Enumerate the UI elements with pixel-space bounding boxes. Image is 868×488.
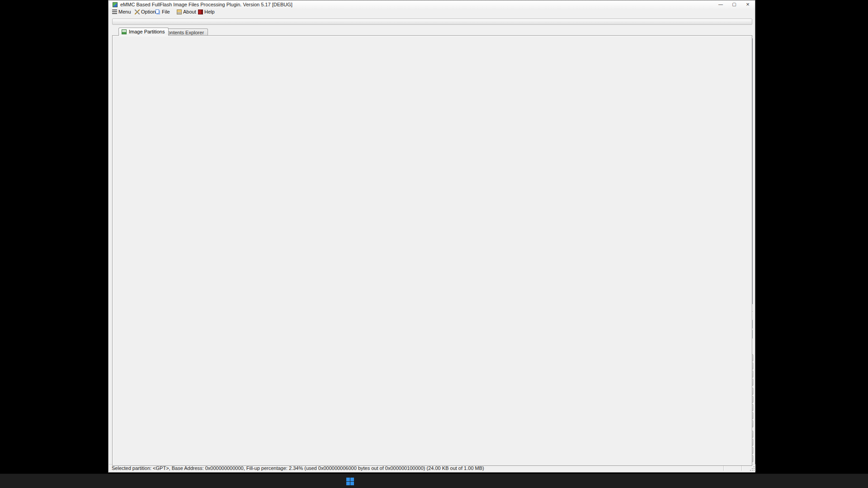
toolbar-strip [112, 19, 752, 25]
menu-item-help[interactable]: Help [198, 9, 215, 15]
app-icon [113, 2, 118, 7]
app-window: eMMC Based FullFlash Image Files Process… [108, 0, 755, 473]
minimize-button[interactable]: — [714, 1, 727, 8]
menu-item-label: Help [204, 9, 215, 14]
pages-icon [156, 9, 159, 14]
menulines-icon [112, 9, 117, 14]
status-separator [723, 465, 724, 471]
start-button[interactable] [346, 478, 354, 485]
menu-item-label: File [162, 9, 170, 14]
status-separator [741, 465, 742, 471]
desktop: { "window": { "title": "eMMC Based FullF… [0, 0, 868, 488]
taskbar: Search 5:44 AM 5/1/2025 [0, 474, 868, 488]
status-text: Selected partition: <GPT>, Base Address:… [112, 465, 484, 471]
resize-grip[interactable] [750, 466, 755, 471]
tab-label: Contents Explorer [164, 30, 204, 35]
tab-label: Image Partitions [129, 29, 165, 34]
partitions-icon [122, 29, 127, 34]
maximize-button[interactable]: ▢ [728, 1, 741, 8]
menu-item-about[interactable]: About [177, 9, 196, 15]
menu-item-label: About [183, 9, 196, 14]
tools-icon [135, 9, 140, 14]
hand-icon [177, 9, 182, 14]
book-icon [198, 9, 203, 14]
menu-item-menu[interactable]: Menu [112, 9, 131, 15]
tab-image-partitions[interactable]: Image Partitions [118, 28, 169, 36]
titlebar: eMMC Based FullFlash Image Files Process… [108, 0, 755, 9]
menu-item-label: Menu [118, 9, 131, 14]
menubar: MenuOptionsFileAboutHelp [108, 9, 755, 16]
close-button[interactable]: × [741, 1, 754, 8]
menu-item-options[interactable]: Options [135, 9, 158, 15]
main-panel [112, 35, 752, 466]
window-title: eMMC Based FullFlash Image Files Process… [120, 2, 292, 7]
menu-item-file[interactable]: File [156, 9, 170, 15]
